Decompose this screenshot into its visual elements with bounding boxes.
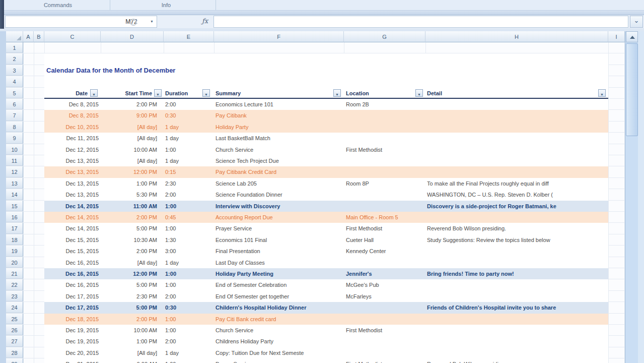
- scroll-up-button[interactable]: [626, 31, 638, 42]
- cell-location[interactable]: First Methodist: [346, 144, 382, 155]
- cell-location[interactable]: McFarleys: [346, 291, 372, 302]
- cell-location[interactable]: Main Office - Room 5: [346, 212, 398, 223]
- row-header-21[interactable]: 21: [6, 268, 23, 279]
- cell-duration[interactable]: 1 day: [165, 257, 179, 268]
- cell-location[interactable]: First Methodist: [346, 223, 382, 234]
- scrollbar-thumb[interactable]: [626, 43, 638, 136]
- row-header-22[interactable]: 22: [6, 279, 23, 290]
- row-header-11[interactable]: 11: [6, 155, 23, 166]
- cell-duration[interactable]: 1 day: [165, 347, 179, 358]
- cell-summary[interactable]: Pay Citibank Credit Card: [216, 166, 276, 177]
- cell-summary[interactable]: End of Semester Celebration: [216, 279, 287, 290]
- cell-duration[interactable]: 1 day: [165, 122, 179, 133]
- page-title[interactable]: Calendar Data for the Month of December: [46, 65, 175, 76]
- row-header-9[interactable]: 9: [6, 133, 23, 143]
- cell-date[interactable]: Dec 14, 2015: [44, 212, 99, 223]
- cell-summary[interactable]: Childrens Holiday Party: [216, 336, 273, 347]
- column-header-C[interactable]: C: [44, 31, 101, 42]
- column-header-B[interactable]: B: [34, 31, 44, 42]
- cell-start[interactable]: 10:00 AM: [101, 144, 157, 155]
- cell-location[interactable]: McGee's Pub: [346, 279, 379, 290]
- row-header-14[interactable]: 14: [6, 189, 23, 200]
- cell-summary[interactable]: Church Service: [216, 144, 253, 155]
- row-header-8[interactable]: 8: [6, 122, 23, 132]
- row-header-6[interactable]: 6: [6, 99, 23, 109]
- cell-summary[interactable]: Last BasketBall Match: [216, 133, 270, 144]
- cell-detail[interactable]: Reverend Bob Wilson presiding.: [427, 358, 607, 363]
- cell-start[interactable]: 1:00 PM: [101, 178, 157, 189]
- cell-start[interactable]: 10:00 AM: [101, 325, 157, 336]
- cell-summary[interactable]: Prayer Service: [216, 358, 252, 363]
- cell-location[interactable]: First Methodist: [346, 325, 382, 336]
- cell-date[interactable]: Dec 13, 2015: [44, 178, 99, 189]
- column-header-A[interactable]: A: [23, 31, 34, 42]
- ribbon-group-commands[interactable]: Commands: [15, 0, 101, 10]
- cell-date[interactable]: Dec 16, 2015: [44, 279, 99, 290]
- cell-summary[interactable]: Prayer Service: [216, 223, 252, 234]
- cell-date[interactable]: Dec 10, 2015: [44, 122, 99, 133]
- cell-duration[interactable]: 2:00: [165, 99, 176, 110]
- cell-duration[interactable]: 2:00: [165, 336, 176, 347]
- cell-start[interactable]: 2:00 PM: [101, 212, 157, 223]
- filter-button-start-time[interactable]: ▼: [154, 89, 162, 97]
- cell-duration[interactable]: 3:00: [165, 246, 176, 257]
- row-header-2[interactable]: 2: [6, 53, 23, 64]
- cell-duration[interactable]: 2:00: [165, 291, 176, 302]
- column-header-G[interactable]: G: [344, 31, 425, 42]
- cell-date[interactable]: Dec 16, 2015: [44, 257, 99, 268]
- cell-summary[interactable]: Holiday Party: [216, 122, 248, 133]
- cell-summary[interactable]: Childern's Hospital Holiday Dinner: [216, 302, 306, 313]
- cell-date[interactable]: Dec 18, 2015: [44, 314, 99, 325]
- cell-date[interactable]: Dec 21, 2015: [44, 358, 99, 363]
- column-header-I[interactable]: I: [608, 31, 625, 42]
- cell-summary[interactable]: Holiday Party Meeting: [216, 268, 273, 279]
- filter-button-duration[interactable]: ▼: [202, 89, 210, 97]
- cell-summary[interactable]: Economics Lecture 101: [216, 99, 273, 110]
- cell-date[interactable]: Dec 19, 2015: [44, 325, 99, 336]
- row-header-29[interactable]: 29: [6, 358, 23, 363]
- cell-detail[interactable]: Study Suggestions: Review the topics lis…: [427, 234, 607, 246]
- cell-start[interactable]: 9:00 AM: [101, 358, 157, 363]
- cell-start[interactable]: 12:00 PM: [101, 268, 157, 279]
- cell-duration[interactable]: 0:30: [165, 302, 176, 313]
- cell-summary[interactable]: End Of Semester get together: [216, 291, 289, 302]
- cell-duration[interactable]: 2:00: [165, 189, 176, 200]
- cell-location[interactable]: Jennifer's: [346, 268, 372, 279]
- cell-duration[interactable]: 1:00: [165, 314, 176, 325]
- filter-button-location[interactable]: ▼: [415, 89, 423, 97]
- cell-start[interactable]: 12:00 PM: [101, 166, 157, 177]
- insert-function-icon[interactable]: ƒx: [199, 17, 210, 26]
- filter-button-date[interactable]: ▼: [90, 89, 98, 97]
- cell-date[interactable]: Dec 8, 2015: [44, 99, 99, 110]
- row-header-12[interactable]: 12: [6, 166, 23, 177]
- cell-summary[interactable]: Last Day of Classes: [216, 257, 265, 268]
- cell-date[interactable]: Dec 13, 2015: [44, 189, 99, 200]
- ribbon-group-info[interactable]: Info: [121, 0, 211, 10]
- cell-summary[interactable]: Pay Citibank: [216, 110, 247, 121]
- cell-detail[interactable]: Discovery is a side-project for Roger Ba…: [427, 201, 607, 212]
- cell-duration[interactable]: 1:00: [165, 201, 176, 212]
- cell-start[interactable]: [All day]: [101, 133, 157, 144]
- row-header-1[interactable]: 1: [6, 42, 23, 53]
- cell-date[interactable]: Dec 20, 2015: [44, 347, 99, 358]
- cell-duration[interactable]: 0:15: [165, 166, 176, 177]
- cell-start[interactable]: 2:00 PM: [101, 99, 157, 110]
- cell-summary[interactable]: Science Tech Project Due: [216, 155, 279, 166]
- cell-duration[interactable]: 1:00: [165, 144, 176, 155]
- formula-options-icon[interactable]: [130, 19, 137, 26]
- cell-detail[interactable]: Bring friends! Time to party now!: [427, 268, 607, 279]
- cell-duration[interactable]: 2:30: [165, 178, 176, 189]
- cell-start[interactable]: 1:00 PM: [101, 336, 157, 347]
- cell-summary[interactable]: Interview with Discovery: [216, 201, 280, 212]
- row-header-17[interactable]: 17: [6, 223, 23, 233]
- cell-summary[interactable]: Accounting Report Due: [216, 212, 273, 223]
- cell-duration[interactable]: 1:00: [165, 358, 176, 363]
- cell-duration[interactable]: 1:30: [165, 234, 176, 246]
- cell-date[interactable]: Dec 17, 2015: [44, 291, 99, 302]
- row-header-7[interactable]: 7: [6, 110, 23, 120]
- cell-location[interactable]: First Methodist: [346, 358, 382, 363]
- row-header-10[interactable]: 10: [6, 144, 23, 155]
- cell-duration[interactable]: 1 day: [165, 133, 179, 144]
- cell-detail[interactable]: Friends of Children's Hospital invite yo…: [427, 302, 607, 313]
- cell-summary[interactable]: Science Lab 205: [216, 178, 257, 189]
